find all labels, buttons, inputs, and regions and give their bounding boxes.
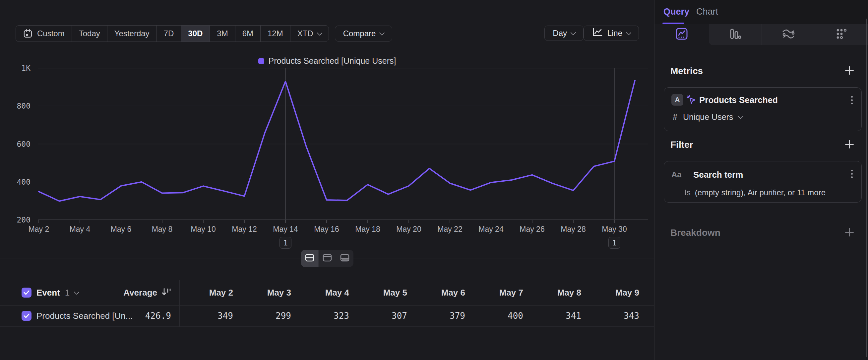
sort-descending-icon[interactable] [161,287,172,298]
x-axis-label: May 28 [561,225,586,233]
date-column-header: May 8 [523,280,581,305]
x-axis-label: May 6 [111,225,132,233]
metric-aggregation[interactable]: # Unique Users [673,112,743,122]
layout-toggle-group [301,250,353,267]
metrics-section-title: Metrics [671,66,703,76]
x-axis-label: May 24 [478,225,504,233]
insights-tab[interactable] [654,24,709,45]
x-axis-label: May 26 [520,225,545,233]
date-column-header: May 3 [233,280,291,305]
main-pane: CustomTodayYesterday7D30D3M6M12MXTD Comp… [0,0,654,360]
aggregation-label: Unique Users [683,112,733,122]
x-axis-label: May 10 [191,225,216,233]
panel-scrollbar[interactable] [866,19,867,357]
chart-only-icon [322,253,332,264]
event-label: Event [36,287,60,298]
x-axis-label: May 30 [602,225,627,233]
add-metric-icon[interactable] [845,66,854,75]
filter-value: (empty string), Air purifier, or 11 more [695,188,826,197]
filter-operator: Is [684,188,691,197]
add-breakdown-icon[interactable] [845,228,854,237]
insights-icon [675,27,688,42]
date-cell-value: 379 [407,305,465,327]
breakdown-section-title: Breakdown [671,227,720,238]
query-panel: Query Chart [654,0,868,360]
x-axis-label: May 4 [70,225,91,233]
x-axis-label: May 2 [29,225,50,233]
table-only-button[interactable] [336,250,353,267]
average-header-cell[interactable]: Average [99,280,172,305]
x-axis-label: May 16 [314,225,339,233]
y-axis-label: 600 [17,140,31,148]
chevron-down-icon[interactable] [74,289,80,295]
aggregation-type-icon: # [673,112,677,122]
split-view-button[interactable] [301,250,318,267]
y-axis-label: 1K [21,64,31,73]
row-checkbox[interactable] [22,311,31,321]
date-column-header: May 4 [291,280,349,305]
filter-condition[interactable]: Is (empty string), Air purifier, or 11 m… [684,188,826,197]
event-count: 1 [65,287,70,298]
event-cursor-icon [685,94,697,107]
tab-query[interactable]: Query [663,0,689,23]
date-cell-value: 341 [523,305,581,327]
date-column-header: May 2 [175,280,233,305]
report-type-tabs [654,24,868,45]
x-axis-label: May 20 [396,225,421,233]
date-column-header: May 6 [407,280,465,305]
y-axis-label: 400 [17,178,31,186]
select-all-checkbox[interactable] [22,287,31,298]
filter-property-name[interactable]: Search term [693,170,743,180]
app-root: CustomTodayYesterday7D30D3M6M12MXTD Comp… [0,0,868,360]
average-label: Average [99,287,157,298]
date-cell-value: 343 [581,305,639,327]
funnels-tab[interactable] [709,24,762,45]
event-header-cell: Event 1 [22,280,79,305]
row-average-value: 426.9 [110,305,171,327]
funnels-icon [729,28,742,41]
tab-chart[interactable]: Chart [696,0,718,23]
table-border-bottom [0,327,654,327]
metric-name[interactable]: Products Searched [699,95,778,105]
line-chart[interactable]: 1K800600400200May 2May 4May 6May 8May 10… [0,0,654,252]
add-filter-icon[interactable] [845,140,854,148]
date-column-header: May 9 [581,280,639,305]
panel-tab-bar: Query Chart [654,0,868,24]
flows-tab[interactable] [762,24,815,45]
date-cell-value: 400 [465,305,523,327]
y-axis-label: 800 [17,102,31,110]
metric-card[interactable]: A Products Searched # Unique Users [664,87,862,131]
metric-letter-badge: A [672,94,683,106]
filter-card[interactable]: Aa Search term Is (empty string), Air pu… [664,161,862,202]
date-cell-value: 307 [349,305,407,327]
x-axis-label: May 22 [437,225,462,233]
filter-section-title: Filter [671,139,693,150]
table-only-icon [340,253,350,264]
y-axis-label: 200 [17,216,31,224]
inactive-tabs-strip [709,24,868,45]
annotation-badge[interactable]: 1 [279,237,291,249]
split-view-icon [305,253,315,264]
series-line[interactable] [39,80,635,201]
table-row-values: 349299323307379400341343 [175,305,639,327]
chart-only-button[interactable] [318,250,336,267]
date-column-header: May 7 [465,280,523,305]
table-date-headers: May 2May 3May 4May 5May 6May 7May 8May 9 [175,280,639,305]
flows-icon [782,28,795,41]
x-axis-label: May 12 [232,225,257,233]
x-axis-label: May 14 [273,225,298,233]
date-cell-value: 323 [291,305,349,327]
chevron-down-icon [738,114,744,119]
metric-menu-icon[interactable] [850,95,854,105]
string-property-icon: Aa [672,170,682,179]
x-axis-label: May 18 [355,225,380,233]
date-column-header: May 5 [349,280,407,305]
retention-tab[interactable] [815,24,868,45]
filter-menu-icon[interactable] [850,169,854,179]
retention-icon [836,28,847,41]
date-cell-value: 299 [233,305,291,327]
x-axis-label: May 8 [152,225,173,233]
annotation-badge[interactable]: 1 [609,237,620,249]
date-cell-value: 349 [175,305,233,327]
